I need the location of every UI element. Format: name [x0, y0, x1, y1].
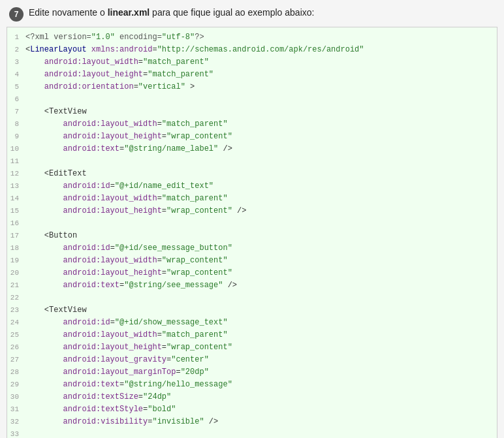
table-row: 32 android:visibility="invisible" />: [7, 416, 497, 428]
table-row: 33: [7, 428, 497, 438]
line-number: 18: [7, 242, 25, 254]
line-number: 1: [7, 31, 25, 43]
line-number: 7: [7, 106, 25, 117]
line-number: 5: [7, 81, 25, 93]
line-number: 6: [7, 93, 25, 105]
table-row: 26 android:layout_height="wrap_content": [7, 341, 497, 354]
table-row: 3 android:layout_width="match_parent": [7, 56, 497, 69]
line-number: 10: [7, 143, 25, 155]
line-content: android:textStyle="bold": [25, 403, 497, 416]
table-row: 21 android:text="@string/see_message" />: [7, 279, 497, 292]
line-number: 19: [7, 255, 25, 266]
step7-code-block: 1<?xml version="1.0" encoding="utf-8"?>2…: [7, 27, 497, 438]
line-content: android:layout_width="match_parent": [25, 329, 497, 341]
page: 7 Edite novamente o linear.xml para que …: [0, 0, 504, 438]
table-row: 13 android:id="@+id/name_edit_text": [7, 180, 497, 193]
table-row: 9 android:layout_height="wrap_content": [7, 131, 497, 143]
table-row: 4 android:layout_height="match_parent": [7, 69, 497, 81]
line-content: android:layout_height="wrap_content": [25, 131, 497, 143]
step7-filename: linear.xml: [108, 7, 150, 18]
line-content: android:orientation="vertical" >: [25, 81, 497, 93]
table-row: 7 <TextView: [7, 106, 497, 118]
line-number: 30: [7, 391, 25, 403]
line-content: android:layout_width="match_parent": [25, 193, 497, 205]
line-content: android:layout_width="match_parent": [25, 118, 497, 131]
line-content: android:textSize="24dp": [25, 391, 497, 403]
line-number: 3: [7, 56, 25, 68]
line-number: 13: [7, 180, 25, 192]
line-content: android:layout_height="wrap_content" />: [25, 205, 497, 217]
table-row: 2<LinearLayout xmlns:android="http://sch…: [7, 44, 497, 56]
line-number: 33: [7, 428, 25, 438]
line-content: android:visibility="invisible" />: [25, 416, 497, 428]
line-number: 12: [7, 168, 25, 180]
line-content: android:text="@string/hello_message": [25, 379, 497, 391]
line-number: 2: [7, 44, 25, 55]
line-content: android:layout_height="wrap_content": [25, 341, 497, 354]
table-row: 22: [7, 292, 497, 304]
line-content: android:id="@+id/name_edit_text": [25, 180, 497, 193]
line-number: 20: [7, 267, 25, 279]
line-content: android:text="@string/name_label" />: [25, 143, 497, 155]
table-row: 28 android:layout_marginTop="20dp": [7, 366, 497, 379]
table-row: 14 android:layout_width="match_parent": [7, 193, 497, 205]
table-row: 23 <TextView: [7, 304, 497, 317]
table-row: 16: [7, 217, 497, 230]
table-row: 5 android:orientation="vertical" >: [7, 81, 497, 93]
table-row: 29 android:text="@string/hello_message": [7, 379, 497, 391]
table-row: 18 android:id="@+id/see_message_button": [7, 242, 497, 255]
line-content: <EditText: [25, 168, 497, 180]
line-number: 15: [7, 205, 25, 217]
line-number: 23: [7, 304, 25, 316]
line-content: android:layout_height="match_parent": [25, 69, 497, 81]
line-content: <Button: [25, 230, 497, 242]
line-content: <LinearLayout xmlns:android="http://sche…: [25, 44, 497, 56]
line-content: android:layout_marginTop="20dp": [25, 366, 497, 379]
line-content: <TextView: [25, 304, 497, 317]
line-content: android:layout_height="wrap_content": [25, 267, 497, 279]
step7-text-after: para que fique igual ao exemplo abaixo:: [150, 7, 314, 18]
line-number: 31: [7, 403, 25, 415]
step7-text: Edite novamente o linear.xml para que fi…: [29, 7, 314, 20]
line-number: 29: [7, 379, 25, 390]
line-content: android:text="@string/see_message" />: [25, 279, 497, 292]
line-content: android:id="@+id/show_message_text": [25, 317, 497, 329]
line-number: 22: [7, 292, 25, 304]
line-content: android:id="@+id/see_message_button": [25, 242, 497, 255]
table-row: 27 android:layout_gravity="center": [7, 354, 497, 366]
table-row: 19 android:layout_width="wrap_content": [7, 255, 497, 267]
line-content: <TextView: [25, 106, 497, 118]
line-number: 24: [7, 317, 25, 328]
line-number: 11: [7, 155, 25, 167]
line-content: android:layout_gravity="center": [25, 354, 497, 366]
line-number: 4: [7, 69, 25, 80]
line-number: 32: [7, 416, 25, 428]
step7-text-before: Edite novamente o: [29, 7, 108, 18]
line-number: 17: [7, 230, 25, 242]
table-row: 6: [7, 93, 497, 106]
step7-header: 7 Edite novamente o linear.xml para que …: [7, 7, 497, 22]
table-row: 24 android:id="@+id/show_message_text": [7, 317, 497, 329]
step7-badge: 7: [9, 7, 24, 22]
line-number: 16: [7, 217, 25, 229]
table-row: 8 android:layout_width="match_parent": [7, 118, 497, 131]
table-row: 10 android:text="@string/name_label" />: [7, 143, 497, 155]
table-row: 11: [7, 155, 497, 168]
table-row: 1<?xml version="1.0" encoding="utf-8"?>: [7, 31, 497, 44]
table-row: 25 android:layout_width="match_parent": [7, 329, 497, 341]
line-number: 8: [7, 118, 25, 130]
table-row: 20 android:layout_height="wrap_content": [7, 267, 497, 279]
step7-section: 7 Edite novamente o linear.xml para que …: [7, 7, 497, 438]
line-number: 26: [7, 341, 25, 353]
line-number: 25: [7, 329, 25, 341]
table-row: 17 <Button: [7, 230, 497, 242]
table-row: 15 android:layout_height="wrap_content" …: [7, 205, 497, 217]
line-number: 9: [7, 131, 25, 142]
table-row: 12 <EditText: [7, 168, 497, 180]
line-number: 14: [7, 193, 25, 204]
line-number: 28: [7, 366, 25, 378]
line-number: 21: [7, 279, 25, 291]
table-row: 31 android:textStyle="bold": [7, 403, 497, 416]
line-content: android:layout_width="wrap_content": [25, 255, 497, 267]
line-content: android:layout_width="match_parent": [25, 56, 497, 69]
